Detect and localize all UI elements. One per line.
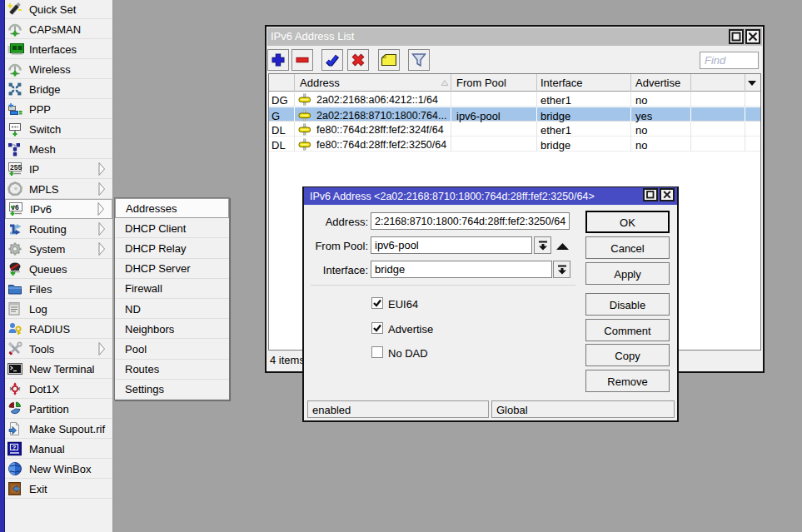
svg-text:v6: v6 (11, 203, 19, 211)
svg-text:255: 255 (10, 162, 22, 171)
svg-text:?: ? (12, 444, 17, 451)
